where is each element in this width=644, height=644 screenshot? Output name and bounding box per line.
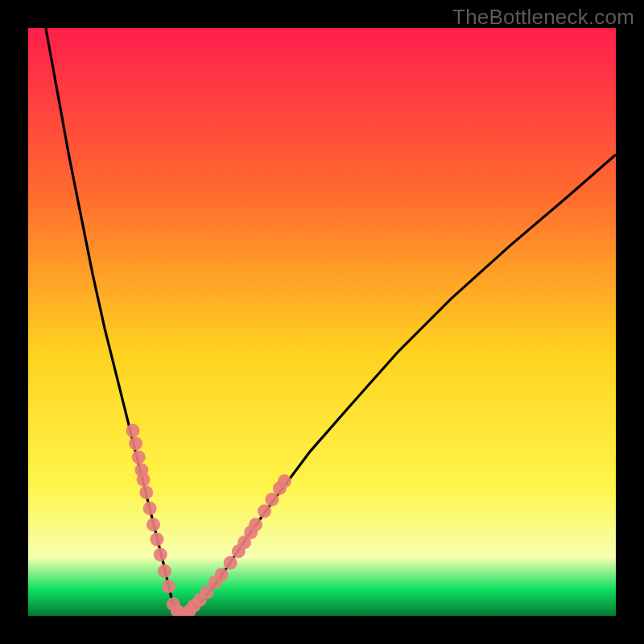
watermark-text: TheBottleneck.com	[452, 5, 634, 30]
data-point	[150, 533, 163, 547]
data-points	[126, 424, 291, 616]
bottleneck-curve	[46, 28, 616, 616]
data-point	[158, 564, 171, 578]
data-point	[224, 556, 237, 570]
outer-frame: TheBottleneck.com	[0, 0, 644, 644]
plot-area	[28, 28, 616, 616]
data-point	[129, 437, 142, 451]
data-point	[258, 505, 271, 518]
data-point	[278, 474, 291, 488]
data-point	[154, 548, 167, 562]
data-point	[187, 599, 200, 613]
curve-layer	[28, 28, 616, 616]
data-point	[215, 568, 229, 581]
data-point	[147, 518, 160, 531]
data-point	[126, 424, 139, 438]
data-point	[139, 485, 153, 499]
data-point	[137, 473, 151, 486]
data-point	[132, 450, 146, 464]
data-point	[143, 502, 157, 515]
data-point	[265, 493, 279, 506]
data-point	[162, 580, 175, 593]
data-point	[249, 518, 262, 531]
